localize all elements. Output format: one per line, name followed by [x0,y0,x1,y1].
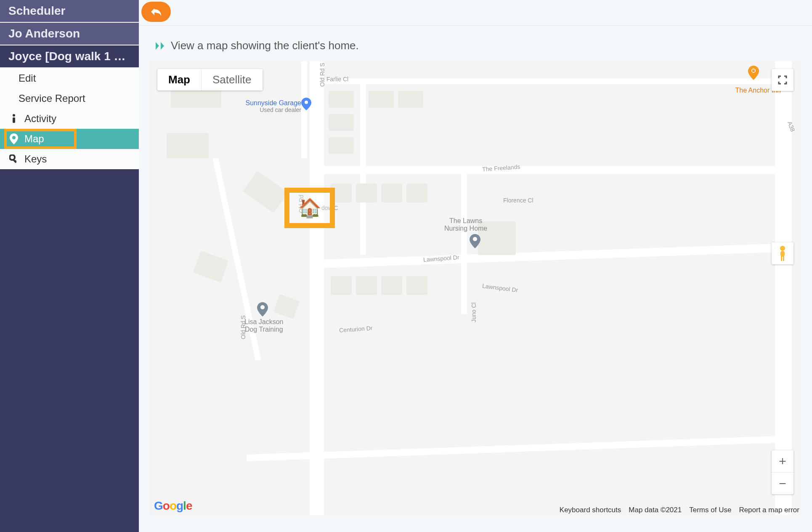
poi-lawns[interactable]: The Lawns Nursing Home [444,217,487,232]
chevron-double-right-icon [155,41,166,51]
sidebar-item-keys[interactable]: Keys [0,149,139,169]
poi-lisa[interactable]: Lisa Jackson Dog Training [244,318,284,333]
road-label: Farlie Cl [326,76,348,82]
svg-point-5 [305,101,308,104]
poi-pin-icon [257,302,268,317]
svg-rect-1 [13,117,15,123]
house-icon: 🏠 [298,197,321,219]
keyboard-shortcuts-link[interactable]: Keyboard shortcuts [560,506,621,514]
poi-pin-icon [301,98,311,110]
map-type-switch: Map Satellite [157,69,263,90]
terms-link[interactable]: Terms of Use [689,506,731,514]
sidebar: Scheduler Jo Anderson Joyce [Dog walk 1 … [0,0,139,532]
fullscreen-icon [778,75,787,85]
sidebar-menu: Edit Service Report Activity Map Keys [0,68,139,169]
pin-icon [9,133,19,144]
crumb-scheduler[interactable]: Scheduler [0,0,139,23]
info-icon [9,114,19,124]
home-marker[interactable]: 🏠 [284,188,335,228]
road-label: Old Rd S [319,63,326,87]
svg-rect-7 [752,69,755,72]
sidebar-item-service-report[interactable]: Service Report [0,88,139,109]
road-label: Florence Cl [503,197,533,204]
svg-rect-11 [780,251,785,257]
zoom-controls: + − [772,450,793,494]
sidebar-item-label: Edit [19,72,36,84]
sidebar-item-label: Map [24,133,44,145]
sidebar-item-map[interactable]: Map [0,129,139,149]
map-footer: Keyboard shortcuts Map data ©2021 Terms … [560,506,799,514]
pegman-button[interactable] [772,242,793,264]
svg-rect-12 [781,256,782,261]
fullscreen-button[interactable] [772,69,793,91]
sidebar-item-activity[interactable]: Activity [0,109,139,129]
crumb-service[interactable]: Joyce [Dog walk 1 … [0,45,139,68]
svg-point-10 [780,246,785,251]
map-data-text: Map data ©2021 [629,506,682,514]
back-arrow-icon [150,7,162,17]
back-button[interactable] [141,2,171,22]
zoom-in-button[interactable]: + [772,450,793,472]
crumb-client[interactable]: Jo Anderson [0,23,139,45]
poi-pin-icon [470,234,480,248]
topbar [139,0,812,26]
content: View a map showing the client's home. [139,26,812,532]
map-background [150,61,801,515]
zoom-out-button[interactable]: − [772,472,793,494]
svg-rect-13 [783,256,784,261]
svg-point-9 [260,305,265,309]
google-logo: Google [154,499,192,513]
pegman-icon [777,245,788,262]
sidebar-item-label: Keys [24,153,47,165]
map-type-satellite[interactable]: Satellite [201,69,263,90]
map-type-map[interactable]: Map [157,69,201,90]
heading-text: View a map showing the client's home. [171,39,359,52]
map-container[interactable]: Old Rd S Old Rd S Old Rd S Farlie Cl A38… [150,61,801,515]
poi-sunnyside[interactable]: Sunnyside Garage Used car dealer [234,99,301,113]
poi-pin-icon [748,66,759,80]
sidebar-item-edit[interactable]: Edit [0,68,139,88]
sidebar-item-label: Activity [24,113,56,125]
road-label: Juno Cl [470,303,477,322]
breadcrumb: Scheduler Jo Anderson Joyce [Dog walk 1 … [0,0,139,68]
page-heading: View a map showing the client's home. [155,39,801,52]
sidebar-item-label: Service Report [19,93,85,104]
svg-point-0 [13,114,15,117]
svg-point-8 [473,237,477,241]
report-error-link[interactable]: Report a map error [739,506,799,514]
key-icon [9,154,19,164]
main: View a map showing the client's home. [139,0,812,532]
